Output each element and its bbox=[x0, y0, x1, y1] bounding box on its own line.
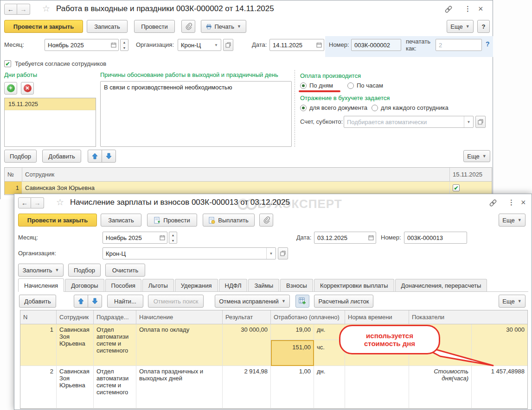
post-button[interactable]: Провести bbox=[134, 20, 175, 33]
print-as-field[interactable] bbox=[436, 39, 482, 51]
account-field[interactable]: ▼ bbox=[344, 116, 474, 128]
back-button[interactable]: ← bbox=[18, 197, 31, 208]
worked-days-cell[interactable]: 1,00 bbox=[271, 366, 314, 409]
clear-button[interactable]: Очистить bbox=[105, 264, 145, 277]
kebab-menu-icon[interactable]: ⋮ bbox=[464, 5, 471, 13]
row-number-cell[interactable]: 1 bbox=[20, 324, 57, 366]
month-input[interactable] bbox=[103, 234, 158, 241]
post-and-close-button[interactable]: Провести и закрыть bbox=[18, 214, 97, 227]
day-checkbox[interactable]: ✔ bbox=[453, 184, 460, 191]
calendar-icon[interactable] bbox=[366, 232, 376, 243]
col-header-employee[interactable]: Сотрудник bbox=[57, 310, 94, 324]
link-icon[interactable] bbox=[444, 5, 453, 14]
tab-benefits[interactable]: Пособия bbox=[105, 279, 141, 291]
tab-payment-adjustments[interactable]: Корректировки выплаты bbox=[314, 279, 394, 291]
col-header-date[interactable]: 15.11.2025 bbox=[450, 168, 492, 182]
result-cell[interactable]: 30 000,00 bbox=[223, 324, 271, 366]
close-icon[interactable]: × bbox=[478, 4, 483, 14]
favorite-star-icon[interactable]: ☆ bbox=[42, 3, 50, 14]
indicator-name-cell[interactable]: Стоимость дня(часа) bbox=[409, 366, 472, 409]
employee-cell[interactable]: Савинская Зоя Юрьевна bbox=[57, 366, 94, 409]
calendar-icon[interactable] bbox=[109, 39, 118, 50]
open-organization-button[interactable] bbox=[278, 247, 288, 259]
table-more-button[interactable]: Еще▼ bbox=[463, 150, 490, 162]
indicator-value-cell[interactable]: 1 457,48988 bbox=[472, 366, 527, 409]
pick-button[interactable]: Подбор bbox=[68, 264, 101, 277]
payment-by-days-option[interactable]: По дням bbox=[300, 82, 333, 89]
date-input[interactable] bbox=[314, 234, 366, 241]
reflection-whole-document-option[interactable]: для всего документа bbox=[300, 104, 367, 111]
tab-ndfl[interactable]: НДФЛ bbox=[219, 279, 248, 291]
favorite-star-icon[interactable]: ☆ bbox=[56, 197, 64, 208]
col-header-indicators[interactable]: Показатели bbox=[409, 310, 527, 324]
tab-accruals[interactable]: Начисления bbox=[18, 278, 64, 292]
row-number-cell[interactable]: 2 bbox=[20, 366, 57, 409]
department-cell[interactable]: Отдел автоматизи систем и системного bbox=[94, 366, 136, 409]
work-days-list[interactable]: 15.11.2025 bbox=[4, 98, 96, 147]
result-cell[interactable]: 2 914,98 bbox=[223, 366, 271, 409]
post-button[interactable]: Провести bbox=[147, 214, 197, 227]
print-as-input[interactable] bbox=[436, 42, 481, 49]
col-header-norm[interactable]: Норма времени bbox=[345, 310, 409, 324]
col-header-department[interactable]: Подразде... bbox=[94, 310, 136, 324]
pay-slip-button[interactable]: Расчетный листок bbox=[314, 295, 373, 308]
organization-input[interactable] bbox=[178, 42, 212, 49]
open-organization-button[interactable] bbox=[223, 39, 233, 51]
worked-days-unit-cell[interactable]: дн. bbox=[314, 366, 345, 409]
print-button[interactable]: Печать▼ bbox=[201, 20, 246, 33]
add-button[interactable]: Добавить bbox=[42, 150, 81, 163]
radio-on-icon[interactable] bbox=[300, 82, 307, 89]
radio-off-icon[interactable] bbox=[372, 105, 378, 111]
kebab-menu-icon[interactable]: ⋮ bbox=[508, 198, 515, 207]
col-header-employee[interactable]: Сотрудник bbox=[22, 168, 450, 182]
date-checkbox-cell[interactable]: ✔ bbox=[450, 182, 492, 195]
forward-button[interactable]: → bbox=[17, 4, 30, 15]
col-header-num[interactable]: N bbox=[20, 310, 57, 324]
consent-checkbox[interactable]: ✔ bbox=[4, 60, 11, 67]
work-day-item[interactable]: 15.11.2025 bbox=[5, 98, 96, 110]
norm-cell[interactable] bbox=[345, 366, 409, 409]
chevron-down-icon[interactable]: ▼ bbox=[266, 248, 276, 259]
row-number-cell[interactable]: 1 bbox=[5, 182, 22, 195]
move-down-button[interactable] bbox=[102, 150, 116, 163]
worked-hours-cell-selected[interactable]: 151,00 bbox=[271, 340, 314, 366]
help-button[interactable]: ? bbox=[477, 20, 490, 33]
post-and-close-button[interactable]: Провести и закрыть bbox=[4, 20, 83, 33]
date-field[interactable] bbox=[269, 39, 324, 51]
add-row-button[interactable]: Добавить bbox=[19, 295, 56, 308]
add-day-button[interactable]: + bbox=[4, 82, 17, 95]
grid-settings-button[interactable] bbox=[295, 295, 309, 308]
department-cell[interactable]: Отдел автоматизи систем и системного bbox=[94, 324, 136, 366]
back-button[interactable]: ← bbox=[4, 4, 17, 15]
calendar-icon[interactable] bbox=[314, 39, 324, 50]
month-input[interactable] bbox=[45, 42, 109, 49]
chevron-down-icon[interactable]: ▼ bbox=[464, 116, 473, 127]
organization-field[interactable]: ▼ bbox=[178, 39, 221, 51]
more-button[interactable]: Еще▼ bbox=[447, 20, 474, 33]
more-button[interactable]: Еще▼ bbox=[499, 214, 526, 227]
worked-days-cell[interactable]: 19,00 bbox=[271, 324, 314, 340]
accrual-cell[interactable]: Оплата по окладу bbox=[136, 324, 223, 366]
cancel-fixes-button[interactable]: Отмена исправлений▼ bbox=[215, 295, 290, 308]
col-header-result[interactable]: Результат bbox=[223, 310, 271, 324]
close-icon[interactable]: × bbox=[521, 198, 526, 208]
organization-input[interactable] bbox=[103, 250, 266, 257]
number-input[interactable] bbox=[404, 234, 467, 241]
link-icon[interactable] bbox=[488, 198, 498, 208]
open-account-button[interactable] bbox=[475, 116, 486, 128]
table-more-button[interactable]: Еще▼ bbox=[499, 295, 526, 308]
reasons-textarea[interactable] bbox=[100, 81, 292, 147]
month-spinner[interactable]: ▲▼ bbox=[120, 39, 128, 51]
find-button[interactable]: Найти... bbox=[107, 295, 143, 308]
month-spinner[interactable]: ▲▼ bbox=[169, 232, 177, 244]
radio-on-icon[interactable] bbox=[300, 105, 307, 111]
reflection-per-employee-option[interactable]: для каждого сотрудника bbox=[372, 104, 449, 111]
accrual-cell[interactable]: Оплата праздничных и выходных дней bbox=[136, 366, 223, 409]
tab-privileges[interactable]: Льготы bbox=[142, 279, 174, 291]
attachments-button[interactable] bbox=[259, 214, 273, 227]
date-input[interactable] bbox=[270, 42, 314, 49]
employee-cell[interactable]: Савинская Зоя Юрьевна bbox=[22, 182, 450, 195]
move-up-button[interactable] bbox=[74, 295, 88, 308]
move-up-button[interactable] bbox=[88, 150, 102, 163]
radio-off-icon[interactable] bbox=[347, 82, 354, 89]
